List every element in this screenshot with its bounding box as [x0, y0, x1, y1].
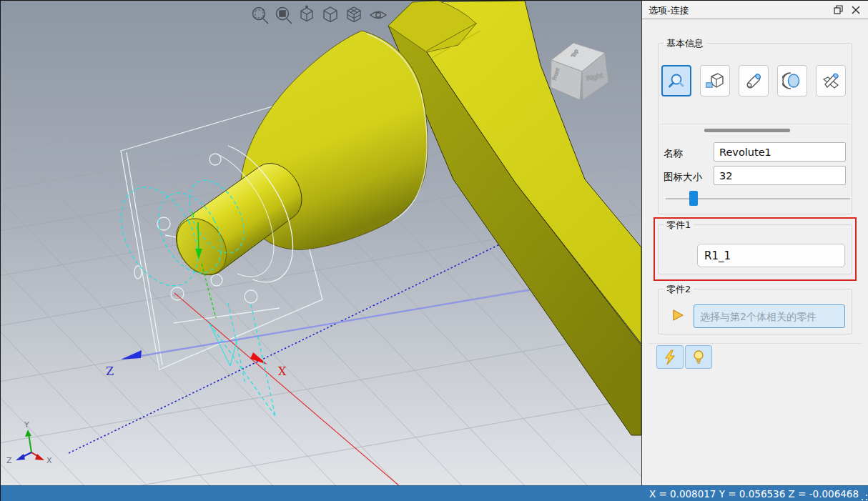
ball-joint-button[interactable]: [777, 65, 807, 96]
triad-x-label: X: [46, 456, 52, 465]
part2-label: 零件2: [664, 283, 694, 296]
icon-size-input[interactable]: [714, 166, 846, 185]
close-panel-button[interactable]: [849, 4, 862, 16]
application-window: Z X: [0, 0, 868, 501]
part2-input[interactable]: [694, 304, 845, 328]
viewport-3d[interactable]: Z X: [1, 1, 641, 485]
resize-grip[interactable]: [862, 495, 867, 500]
triad-z-label: Z: [6, 456, 12, 465]
part1-label: 零件1: [664, 219, 694, 232]
z-axis-label: Z: [106, 364, 114, 378]
universal-joint-button[interactable]: [816, 65, 846, 96]
part1-input[interactable]: [697, 244, 845, 267]
icon-size-slider-handle[interactable]: [689, 191, 698, 206]
panel-titlebar: 选项-连接: [642, 1, 868, 19]
required-field-arrow-icon: [671, 308, 685, 322]
splitter-handle[interactable]: [704, 129, 790, 132]
universal-joint-icon: [821, 71, 841, 91]
magnifier-icon: [667, 71, 686, 90]
x-axis-label: X: [278, 364, 287, 378]
cylindrical-joint-button[interactable]: [739, 65, 769, 96]
cursor-coordinates: X = 0.008017 Y = 0.056536 Z = -0.006468: [649, 488, 859, 500]
light-bulb-icon: [691, 349, 706, 365]
ball-joint-icon: [782, 71, 802, 91]
icon-size-label: 图标大小: [664, 171, 702, 184]
hint-button[interactable]: [685, 345, 712, 369]
divider: [660, 124, 850, 124]
divider: [648, 343, 862, 344]
auto-solve-button[interactable]: [656, 345, 684, 369]
cylindrical-joint-icon: [744, 71, 764, 91]
triad-y-label: Y: [24, 420, 29, 430]
prismatic-joint-button[interactable]: [700, 65, 730, 96]
prismatic-joint-icon: [705, 71, 725, 91]
joint-axis-label: Y: [190, 211, 196, 219]
panel-title: 选项-连接: [648, 4, 689, 17]
options-panel: 选项-连接 基本信息: [641, 1, 868, 485]
float-panel-button[interactable]: [832, 4, 845, 16]
basic-info-label: 基本信息: [664, 37, 706, 50]
status-bar: X = 0.008017 Y = 0.056536 Z = -0.006468: [1, 485, 868, 501]
name-input[interactable]: [714, 142, 846, 162]
inspect-joint-button[interactable]: [661, 65, 691, 96]
lightning-icon: [663, 349, 677, 365]
name-label: 名称: [664, 147, 683, 160]
